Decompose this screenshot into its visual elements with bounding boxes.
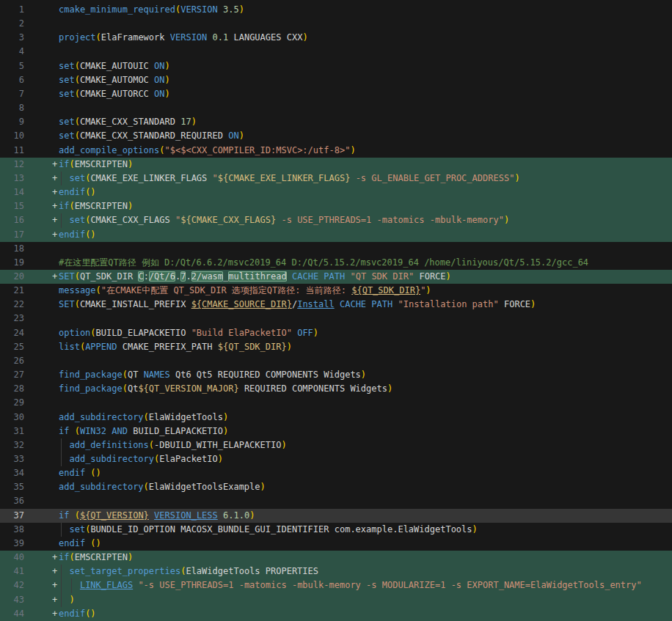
- line-number[interactable]: 44: [0, 607, 24, 621]
- code-line[interactable]: 31if (WIN32 AND BUILD_ELAPACKETIO): [0, 425, 672, 438]
- code-token: ElaWidgetTools: [149, 412, 223, 422]
- line-number[interactable]: 42: [0, 578, 24, 592]
- code-line[interactable]: 38 set(BUNDLE_ID_OPTION MACOSX_BUNDLE_GU…: [0, 523, 672, 537]
- line-number[interactable]: 26: [0, 354, 24, 368]
- code-line[interactable]: 12+if(EMSCRIPTEN): [0, 158, 672, 172]
- code-text: if (${QT_VERSION} VERSION_LESS 6.1.0): [59, 509, 672, 523]
- code-line[interactable]: 16+ set(CMAKE_CXX_FLAGS "${CMAKE_CXX_FLA…: [0, 213, 672, 227]
- code-line[interactable]: 30add_subdirectory(ElaWidgetTools): [0, 411, 672, 425]
- code-line[interactable]: 10set(CMAKE_CXX_STANDARD_REQUIRED ON): [0, 129, 672, 143]
- line-number[interactable]: 35: [0, 480, 24, 494]
- line-number[interactable]: 23: [0, 312, 24, 326]
- line-number[interactable]: 16: [0, 213, 24, 227]
- line-number[interactable]: 27: [0, 368, 24, 382]
- code-line[interactable]: 28find_package(Qt${QT_VERSION_MAJOR} REQ…: [0, 382, 672, 396]
- line-number[interactable]: 14: [0, 185, 24, 199]
- code-line[interactable]: 2: [0, 17, 672, 31]
- line-number[interactable]: 37: [0, 509, 24, 523]
- line-number[interactable]: 32: [0, 438, 24, 452]
- code-line[interactable]: 39endif (): [0, 537, 672, 551]
- code-line[interactable]: 23: [0, 312, 672, 326]
- code-line[interactable]: 27find_package(QT NAMES Qt6 Qt5 REQUIRED…: [0, 368, 672, 382]
- indent-guide: [61, 213, 62, 227]
- line-number[interactable]: 7: [0, 87, 24, 101]
- code-line[interactable]: 29: [0, 396, 672, 410]
- code-line[interactable]: 26: [0, 354, 672, 368]
- code-line[interactable]: 13+ set(CMAKE_EXE_LINKER_FLAGS "${CMAKE_…: [0, 172, 672, 185]
- line-number[interactable]: 25: [0, 340, 24, 354]
- line-number[interactable]: 5: [0, 59, 24, 73]
- code-line[interactable]: 24option(BUILD_ELAPACKETIO "Build ElaPac…: [0, 326, 672, 340]
- line-number[interactable]: 21: [0, 284, 24, 298]
- line-number[interactable]: 28: [0, 382, 24, 396]
- code-line[interactable]: 43+ ): [0, 593, 672, 607]
- line-number[interactable]: 4: [0, 45, 24, 59]
- line-number[interactable]: 12: [0, 158, 24, 172]
- code-line[interactable]: 14+endif(): [0, 185, 672, 199]
- code-line[interactable]: 32 add_definitions(-DBUILD_WITH_ELAPACKE…: [0, 438, 672, 452]
- line-number[interactable]: 13: [0, 172, 24, 185]
- line-number[interactable]: 30: [0, 411, 24, 425]
- code-line[interactable]: 36: [0, 494, 672, 508]
- line-number[interactable]: 8: [0, 101, 24, 115]
- line-number[interactable]: 40: [0, 551, 24, 565]
- code-line[interactable]: 19#在这里配置QT路径 例如 D:/Qt/6.6.2/msvc2019_64 …: [0, 256, 672, 270]
- code-line[interactable]: 6set(CMAKE_AUTOMOC ON): [0, 73, 672, 87]
- line-number[interactable]: 38: [0, 523, 24, 537]
- code-line[interactable]: 15+if(EMSCRIPTEN): [0, 199, 672, 213]
- code-line[interactable]: 7set(CMAKE_AUTORCC ON): [0, 87, 672, 101]
- code-line[interactable]: 5set(CMAKE_AUTOUIC ON): [0, 59, 672, 73]
- code-line[interactable]: 44+endif(): [0, 607, 672, 621]
- code-line[interactable]: 25list(APPEND CMAKE_PREFIX_PATH ${QT_SDK…: [0, 340, 672, 354]
- line-number[interactable]: 43: [0, 593, 24, 607]
- code-line[interactable]: 34endif (): [0, 466, 672, 480]
- line-number[interactable]: 11: [0, 144, 24, 158]
- code-line[interactable]: 42+ LINK_FLAGS "-s USE_PTHREADS=1 -matom…: [0, 578, 672, 592]
- line-number[interactable]: 36: [0, 494, 24, 508]
- line-number[interactable]: 3: [0, 31, 24, 45]
- code-line[interactable]: 35add_subdirectory(ElaWidgetToolsExample…: [0, 480, 672, 494]
- code-line[interactable]: 41+ set_target_properties(ElaWidgetTools…: [0, 565, 672, 578]
- code-line[interactable]: 9set(CMAKE_CXX_STANDARD 17): [0, 115, 672, 129]
- line-number[interactable]: 20: [0, 270, 24, 284]
- line-number[interactable]: 34: [0, 466, 24, 480]
- code-line[interactable]: 3project(ElaFramework VERSION 0.1 LANGUA…: [0, 31, 672, 45]
- code-token: (: [96, 285, 101, 295]
- diff-added-indicator: [24, 340, 59, 354]
- code-token: if: [59, 159, 69, 169]
- code-text: message("在CMAKE中配置 QT_SDK_DIR 选项指定QT路径: …: [59, 284, 672, 298]
- line-number[interactable]: 9: [0, 115, 24, 129]
- file-link[interactable]: Install: [297, 299, 335, 309]
- code-text: cmake_minimum_required(VERSION 3.5): [59, 3, 672, 17]
- line-number[interactable]: 2: [0, 17, 24, 31]
- line-number[interactable]: 6: [0, 73, 24, 87]
- code-token: set: [69, 215, 85, 225]
- line-number[interactable]: 39: [0, 537, 24, 551]
- line-number[interactable]: 19: [0, 256, 24, 270]
- line-number[interactable]: 1: [0, 3, 24, 17]
- code-line[interactable]: 4: [0, 45, 672, 59]
- code-line[interactable]: 40+if(EMSCRIPTEN): [0, 551, 672, 565]
- code-line[interactable]: 1cmake_minimum_required(VERSION 3.5): [0, 3, 672, 17]
- code-line[interactable]: 21message("在CMAKE中配置 QT_SDK_DIR 选项指定QT路径…: [0, 284, 672, 298]
- line-number[interactable]: 22: [0, 298, 24, 312]
- code-line[interactable]: 20+SET(QT_SDK_DIR C:/Qt/6.7.2/wasm_multi…: [0, 270, 672, 284]
- line-number[interactable]: 15: [0, 199, 24, 213]
- line-number[interactable]: 10: [0, 129, 24, 143]
- code-line[interactable]: 18: [0, 242, 672, 256]
- code-line[interactable]: 8: [0, 101, 672, 115]
- code-line[interactable]: 17+endif(): [0, 228, 672, 242]
- line-number[interactable]: 31: [0, 425, 24, 438]
- line-number[interactable]: 33: [0, 452, 24, 466]
- line-number[interactable]: 18: [0, 242, 24, 256]
- line-number[interactable]: 29: [0, 396, 24, 410]
- code-line[interactable]: 37if (${QT_VERSION} VERSION_LESS 6.1.0): [0, 509, 672, 523]
- line-number[interactable]: 24: [0, 326, 24, 340]
- code-token: set: [69, 524, 85, 534]
- line-number[interactable]: 41: [0, 565, 24, 578]
- code-line[interactable]: 11add_compile_options("$<$<CXX_COMPILER_…: [0, 144, 672, 158]
- code-line[interactable]: 33 add_subdirectory(ElaPacketIO): [0, 452, 672, 466]
- code-line[interactable]: 22SET(CMAKE_INSTALL_PREFIX ${CMAKE_SOURC…: [0, 298, 672, 312]
- line-number[interactable]: 17: [0, 228, 24, 242]
- code-token: ): [350, 145, 355, 155]
